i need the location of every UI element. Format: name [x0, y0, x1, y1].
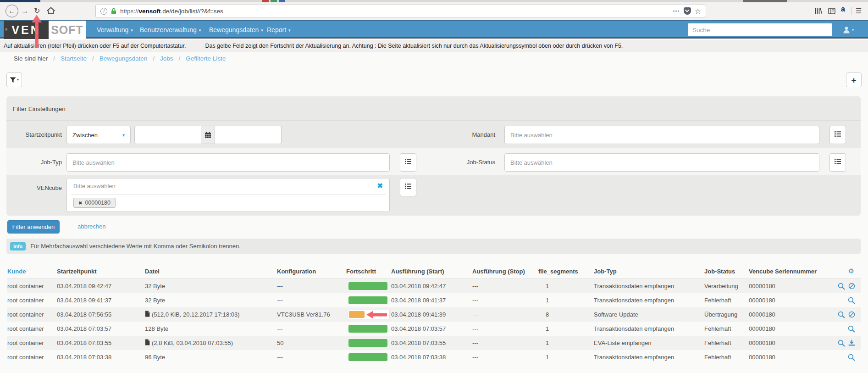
cell-ausfuehrung-start: 03.04.2018 09:41:37 [391, 297, 472, 304]
url-text: https://vensoft.de/de/job/list//?&f=ses [120, 8, 223, 15]
table-row: root container03.04.2018 07:03:3896 Byte… [7, 350, 861, 364]
search-icon[interactable] [838, 311, 845, 318]
table-row: root container03.04.2018 07:56:55(512,0 … [7, 307, 861, 322]
clear-selection-icon[interactable]: ✖ [377, 182, 383, 190]
cell-startzeitpunkt: 03.04.2018 07:56:55 [57, 311, 145, 318]
sidebar-icon[interactable] [828, 8, 835, 16]
cell-seriennummer: 00000180 [749, 325, 825, 332]
cell-kunde: root container [7, 354, 57, 361]
jobtyp-input[interactable] [66, 153, 390, 172]
cell-datei: 32 Byte [145, 283, 277, 289]
cancel-filter-link[interactable]: abbrechen [77, 223, 105, 230]
cell-datei: (2,8 KiB, 03.04.2018 07:03:55) [145, 339, 277, 347]
cell-jobstatus: Verarbeitung [704, 283, 749, 289]
registered-mark: ® [5, 21, 7, 39]
cell-seriennummer: 00000180 [749, 340, 825, 346]
cell-ausfuehrung-stop: --- [472, 297, 538, 304]
vencube-tag-value: 00000180 [85, 200, 111, 206]
table-settings-gear-icon[interactable]: ⚙ [848, 267, 854, 275]
chevron-down-icon: ▾ [261, 28, 263, 33]
nav-menu-report[interactable]: Report▾ [267, 21, 291, 39]
breadcrumb-separator: / [92, 55, 94, 62]
date-from-input[interactable] [134, 126, 201, 144]
cell-kunde: root container [7, 283, 57, 289]
calendar-button[interactable] [201, 126, 215, 144]
jobstatus-label: Job-Status [410, 159, 495, 166]
search-icon[interactable] [848, 354, 855, 361]
app-navbar: VEN® SOFT Verwaltung▾Benutzerverwaltung▾… [0, 20, 868, 39]
nav-menu-benutzerverwaltung[interactable]: Benutzerverwaltung▾ [140, 21, 201, 39]
chevron-down-icon: ▾ [131, 28, 133, 33]
page-info-icon[interactable]: i [100, 8, 107, 15]
startzeitpunkt-label: Startzeitpunkt [18, 131, 62, 138]
hamburger-menu-icon[interactable]: ☰ [856, 7, 862, 14]
instruction-bar: Auf aktualisieren (roter Pfeil) drücken … [0, 40, 868, 52]
jobstatus-input[interactable] [504, 153, 819, 172]
download-icon[interactable] [848, 340, 855, 346]
cancel-icon[interactable] [848, 283, 855, 289]
column-header-actions: ⚙ [825, 267, 861, 275]
cell-konfiguration: --- [277, 297, 346, 304]
search-input[interactable] [688, 23, 832, 36]
nav-menu-verwaltung[interactable]: Verwaltung▾ [97, 21, 133, 39]
mandant-list-button[interactable] [829, 126, 846, 144]
browser-forward-button[interactable]: → [21, 7, 28, 15]
add-button[interactable]: + [846, 72, 862, 87]
library-icon[interactable] [814, 7, 822, 16]
page-actions-icon[interactable]: ⋯ [673, 7, 680, 15]
search-icon[interactable] [848, 297, 855, 304]
back-icon: ← [8, 7, 16, 15]
list-icon [834, 131, 841, 139]
progress-bar-green [348, 282, 387, 290]
startzeitpunkt-operator-select[interactable]: Zwischen ▾ [66, 126, 131, 144]
cancel-icon[interactable] [848, 311, 855, 318]
cell-startzeitpunkt: 03.04.2018 07:03:57 [57, 325, 145, 332]
cell-ausfuehrung-stop: --- [472, 311, 538, 318]
breadcrumb-link[interactable]: Jobs [160, 55, 173, 62]
table-row: root container03.04.2018 07:03:55(2,8 Ki… [7, 336, 861, 350]
column-header-ausfuehrung_start: Ausführung (Start) [391, 268, 472, 275]
browser-back-button[interactable]: ← [6, 5, 18, 17]
search-icon[interactable] [838, 283, 845, 290]
user-menu-button[interactable]: ▾ [843, 23, 854, 36]
cell-ausfuehrung-start: 03.04.2018 07:03:55 [391, 340, 472, 346]
apply-filter-button[interactable]: Filter anwenden [7, 220, 60, 234]
breadcrumb-link[interactable]: Gefilterte Liste [186, 55, 226, 62]
logo-soft: SOFT [49, 21, 86, 39]
url-bar[interactable]: i https://vensoft.de/de/job/list//?&f=se… [95, 5, 706, 17]
cell-ausfuehrung-start: 03.04.2018 07:03:57 [391, 325, 472, 332]
vensoft-logo[interactable]: VEN® SOFT [4, 21, 86, 39]
chevron-down-icon: ▾ [852, 28, 854, 32]
info-bar: Info Für Mehrfachauswahl verschiedene We… [6, 239, 861, 254]
vencube-tag: ✖ 00000180 [73, 198, 116, 208]
vencube-label: VENcube [18, 184, 62, 191]
browser-reload-button[interactable]: ↻ [34, 7, 40, 15]
search-icon[interactable] [848, 325, 855, 333]
browser-toolbar: ← → ↻ i https://vensoft.de/de/job/list//… [0, 2, 868, 20]
column-header-kunde[interactable]: Kunde [7, 268, 57, 275]
vencube-combo[interactable]: Bitte auswählen ✖ ✖ 00000180 [66, 178, 390, 212]
breadcrumb-link[interactable]: Bewegungsdaten [100, 55, 147, 62]
cell-jobtyp: Transaktionsdaten empfangen [594, 297, 704, 304]
filter-toggle-button[interactable]: ▾ [6, 72, 22, 87]
search-icon[interactable] [838, 340, 845, 347]
nav-menu-bewegungsdaten[interactable]: Bewegungsdaten▾ [209, 21, 263, 39]
cell-seriennummer: 00000180 [749, 283, 825, 289]
mandant-label: Mandant [410, 131, 495, 138]
column-header-progress: Fortschritt [346, 268, 391, 275]
date-to-input[interactable] [215, 126, 282, 144]
vencube-list-button[interactable] [400, 178, 416, 196]
pocket-icon[interactable] [684, 7, 691, 15]
column-header-konfiguration: Konfiguration [277, 268, 346, 275]
remove-tag-icon[interactable]: ✖ [78, 200, 82, 206]
list-icon [404, 183, 412, 191]
bookmark-star-icon[interactable]: ☆ [695, 7, 701, 16]
breadcrumb-link[interactable]: Startseite [61, 55, 87, 62]
mandant-input[interactable] [504, 126, 819, 144]
amazon-icon[interactable]: a [841, 6, 845, 13]
column-header-jobstatus: Job-Status [704, 268, 749, 275]
jobstatus-list-button[interactable] [829, 153, 846, 172]
browser-home-button[interactable] [47, 7, 55, 16]
cell-actions [825, 297, 861, 304]
table-row: root container03.04.2018 09:41:3732 Byte… [7, 293, 861, 307]
